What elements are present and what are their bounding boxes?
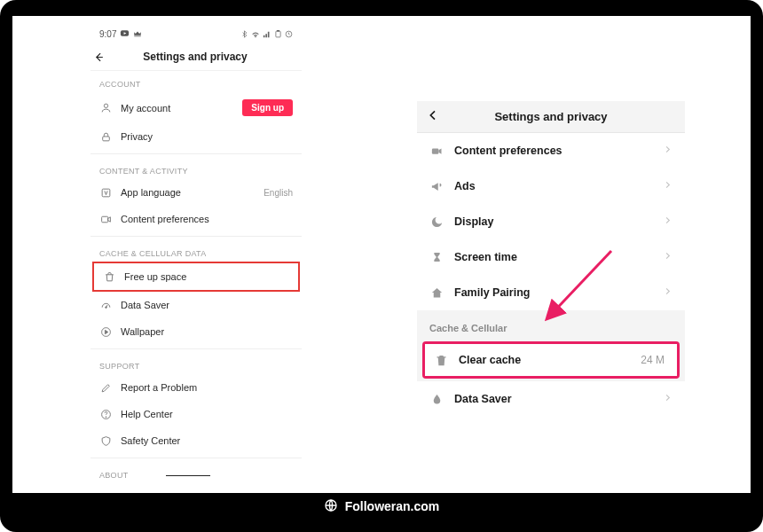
cache-cellular-label: Cache & Cellular	[417, 310, 685, 339]
divider	[90, 348, 302, 349]
left-phone-settings: 9:07	[90, 25, 302, 486]
crown-icon	[133, 29, 142, 40]
chevron-right-icon	[663, 251, 673, 263]
divider	[90, 236, 302, 237]
chevron-right-icon	[663, 286, 673, 299]
lock-icon	[99, 130, 112, 143]
privacy-label: Privacy	[121, 131, 153, 142]
megaphone-icon	[429, 179, 444, 193]
clear-cache-label: Clear cache	[459, 354, 521, 366]
display-row[interactable]: Display	[417, 204, 685, 239]
footer-text: Followeran.com	[345, 499, 440, 513]
signal-icon	[263, 30, 271, 39]
help-center-label: Help Center	[121, 409, 173, 419]
safety-center-label: Safety Center	[121, 435, 180, 446]
clock-icon	[285, 30, 293, 38]
content-preferences-row[interactable]: Content preferences	[417, 133, 685, 168]
screen-time-row[interactable]: Screen time	[417, 239, 685, 275]
wallpaper-row[interactable]: Wallpaper	[90, 318, 302, 345]
divider	[90, 458, 302, 458]
chevron-right-icon	[663, 180, 673, 192]
data-saver-label-right: Data Saver	[454, 393, 512, 405]
home-icon	[429, 286, 444, 300]
content-preferences-label: Content preferences	[454, 145, 562, 157]
moon-icon	[429, 215, 444, 229]
sign-up-button[interactable]: Sign up	[242, 99, 293, 116]
youtube-icon	[120, 28, 130, 40]
svg-rect-8	[101, 216, 107, 223]
clear-cache-row[interactable]: Clear cache 24 M	[425, 344, 677, 376]
svg-point-13	[106, 416, 106, 417]
about-text: ABOUT	[99, 471, 128, 480]
my-account-row[interactable]: My account Sign up	[90, 92, 302, 123]
section-about-label: ABOUT	[90, 462, 302, 483]
free-up-space-row[interactable]: Free up space	[94, 263, 298, 290]
app-language-label: App language	[121, 187, 181, 198]
svg-rect-14	[431, 148, 438, 153]
svg-point-9	[105, 306, 106, 308]
report-problem-label: Report a Problem	[121, 382, 197, 393]
globe-icon	[324, 498, 338, 515]
water-drop-icon	[429, 392, 444, 406]
ads-row[interactable]: Ads	[417, 168, 685, 204]
footer-watermark: Followeran.com	[12, 493, 751, 520]
chevron-right-icon	[663, 215, 673, 228]
screen-time-label: Screen time	[454, 251, 517, 263]
data-saver-row-right[interactable]: Data Saver	[417, 381, 685, 413]
family-pairing-label: Family Pairing	[454, 286, 530, 299]
video-icon	[99, 213, 112, 225]
content-prefs-label: Content preferences	[121, 214, 209, 224]
chevron-right-icon	[663, 393, 673, 405]
help-center-row[interactable]: Help Center	[90, 401, 302, 427]
battery-icon	[274, 30, 282, 38]
divider	[90, 153, 302, 154]
svg-point-5	[104, 104, 107, 107]
bluetooth-icon	[240, 30, 248, 38]
content-prefs-row[interactable]: Content preferences	[90, 206, 302, 232]
status-left: 9:07	[99, 28, 142, 40]
section-account-label: ACCOUNT	[90, 71, 302, 92]
free-up-space-label: Free up space	[124, 271, 186, 282]
status-time: 9:07	[99, 29, 116, 39]
family-pairing-row[interactable]: Family Pairing	[417, 275, 685, 310]
header-row: Settings and privacy	[90, 45, 302, 71]
play-circle-icon	[99, 325, 112, 338]
trash-icon	[434, 353, 448, 367]
safety-center-row[interactable]: Safety Center	[90, 427, 302, 454]
gauge-icon	[99, 299, 112, 311]
shield-icon	[99, 434, 112, 447]
clear-cache-highlight: Clear cache 24 M	[422, 341, 680, 379]
app-language-row[interactable]: App language English	[90, 179, 302, 206]
right-header: Settings and privacy	[417, 101, 685, 133]
person-icon	[99, 102, 112, 114]
home-indicator	[166, 475, 210, 476]
page-title: Settings and privacy	[98, 51, 293, 63]
my-account-label: My account	[121, 103, 170, 113]
pencil-icon	[99, 381, 112, 394]
section-support-label: SUPPORT	[90, 353, 302, 374]
status-bar: 9:07	[90, 25, 302, 45]
wifi-icon	[251, 30, 260, 39]
ads-label: Ads	[454, 180, 476, 192]
status-right	[240, 30, 293, 39]
help-icon	[99, 408, 112, 420]
svg-rect-6	[102, 136, 109, 140]
app-language-value: English	[264, 188, 293, 198]
wallpaper-label: Wallpaper	[121, 326, 164, 337]
report-problem-row[interactable]: Report a Problem	[90, 374, 302, 401]
right-phone-settings: Settings and privacy Content preferences…	[417, 101, 685, 413]
section-content-label: CONTENT & ACTIVITY	[90, 158, 302, 179]
privacy-row[interactable]: Privacy	[90, 123, 302, 150]
data-saver-row-left[interactable]: Data Saver	[90, 292, 302, 318]
display-label: Display	[454, 215, 493, 228]
trash-icon	[103, 270, 115, 283]
data-saver-label-left: Data Saver	[121, 300, 169, 310]
section-cache-label: CACHE & CELLULAR DATA	[90, 240, 302, 262]
clear-cache-value: 24 M	[641, 354, 665, 366]
camera-icon	[429, 144, 444, 158]
svg-rect-3	[277, 30, 279, 31]
hourglass-icon	[429, 250, 444, 264]
svg-rect-2	[276, 31, 280, 37]
svg-marker-11	[105, 330, 107, 333]
right-page-title: Settings and privacy	[426, 110, 676, 123]
